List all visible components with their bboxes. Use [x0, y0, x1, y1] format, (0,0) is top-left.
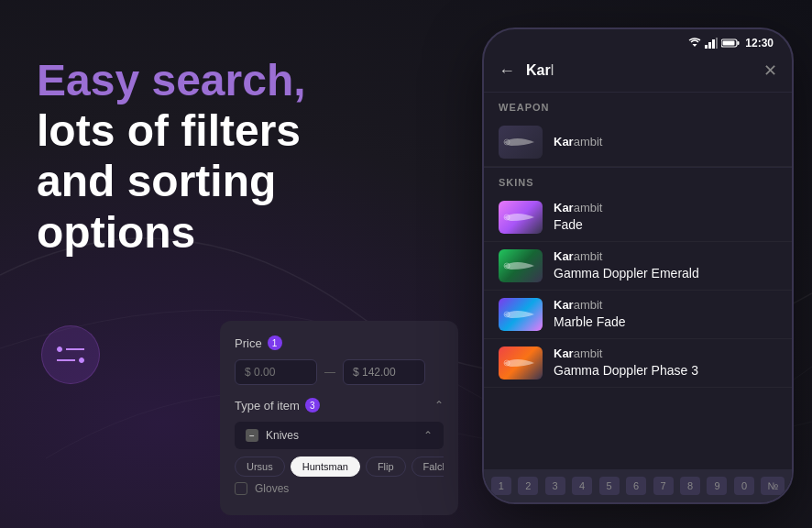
chevron-up-icon[interactable]: ⌃ — [434, 399, 444, 412]
item-info-phase3: Karambit Gamma Doppler Phase 3 — [554, 346, 777, 379]
knife-types-list: Ursus Huntsman Flip Falchion — [235, 456, 444, 477]
key-8[interactable]: 8 — [680, 477, 700, 495]
filter-bar-1 — [66, 348, 84, 350]
knife-svg-phase3 — [502, 354, 539, 372]
headline-line4: options — [37, 208, 195, 257]
key-1[interactable]: 1 — [491, 477, 511, 495]
price-row: Price 1 — [235, 336, 444, 350]
left-section: Easy search, lots of filters and sorting… — [37, 55, 422, 258]
filter-icon-circle — [41, 325, 100, 384]
price-separator: — — [324, 366, 335, 379]
knives-row: − Knives ⌃ — [235, 422, 444, 449]
section-skins-label: SKINS — [484, 168, 792, 193]
svg-rect-6 — [738, 41, 740, 45]
type-label: Type of item 3 — [235, 398, 320, 412]
key-3[interactable]: 3 — [545, 477, 565, 495]
search-rest: l — [551, 62, 554, 78]
item-info-gamma: Karambit Gamma Doppler Emerald — [554, 249, 777, 281]
item-info-marble: Karambit Marble Fade — [554, 298, 777, 330]
back-arrow-icon[interactable]: ← — [499, 61, 515, 81]
search-input-area[interactable]: Karl — [526, 62, 752, 79]
phone-mockup: 12:30 ← Karl ✕ WEAPON Karambit — [482, 28, 794, 504]
clear-search-icon[interactable]: ✕ — [763, 60, 777, 81]
search-results: WEAPON Karambit SKINS — [484, 93, 792, 456]
filter-icon — [57, 346, 84, 363]
knives-minus-icon: − — [246, 429, 258, 442]
wifi-icon — [688, 38, 701, 49]
svg-rect-7 — [723, 41, 735, 46]
item-name-karambit-marble-top: Karambit — [554, 298, 777, 314]
knife-tag-falchion[interactable]: Falchion — [411, 456, 444, 477]
knife-svg-gamma — [502, 257, 539, 275]
knife-tag-flip[interactable]: Flip — [366, 456, 406, 477]
item-thumbnail-gamma — [499, 249, 543, 282]
svg-rect-4 — [716, 38, 718, 49]
price-min-input[interactable] — [235, 359, 317, 385]
gloves-row: Gloves — [235, 477, 444, 500]
key-7[interactable]: 7 — [653, 477, 674, 495]
status-time: 12:30 — [745, 37, 774, 50]
filter-line-2 — [57, 358, 84, 363]
price-max-input[interactable] — [343, 359, 425, 385]
key-num[interactable]: № — [761, 477, 785, 495]
type-of-item-row: Type of item 3 ⌃ — [235, 398, 444, 412]
key-9[interactable]: 9 — [707, 477, 727, 495]
gloves-label: Gloves — [255, 482, 289, 495]
key-2[interactable]: 2 — [518, 477, 538, 495]
item-name-fade-skin: Fade — [554, 216, 777, 233]
filter-dot-1 — [57, 346, 62, 352]
key-0[interactable]: 0 — [734, 477, 754, 495]
item-thumbnail-fade — [499, 201, 543, 234]
status-bar: 12:30 — [484, 29, 792, 53]
knife-svg-marble — [502, 305, 539, 324]
key-4[interactable]: 4 — [572, 477, 592, 495]
item-name-karambit-phase3-top: Karambit — [554, 346, 777, 362]
result-item-karambit-weapon[interactable]: Karambit — [484, 118, 792, 167]
item-name-karambit-fade-top: Karambit — [554, 201, 777, 216]
status-icons — [688, 38, 740, 49]
key-5[interactable]: 5 — [599, 477, 620, 495]
gloves-checkbox[interactable] — [235, 482, 247, 495]
filter-dot-2 — [79, 358, 84, 363]
item-name-karambit-weapon: Karambit — [554, 135, 777, 150]
knife-svg-fade — [502, 208, 539, 226]
search-bar[interactable]: ← Karl ✕ — [484, 53, 792, 93]
knives-chevron-icon[interactable]: ⌃ — [423, 429, 433, 442]
headline: Easy search, lots of filters and sorting… — [37, 55, 422, 258]
price-badge: 1 — [268, 336, 282, 350]
filter-line-1 — [57, 346, 84, 352]
filter-panel: Price 1 — Type of item 3 ⌃ − Knives ⌃ Ur… — [220, 321, 458, 515]
knife-tag-ursus[interactable]: Ursus — [235, 456, 285, 477]
headline-accent: Easy search, — [37, 56, 306, 104]
item-name-marble-skin: Marble Fade — [554, 314, 777, 330]
knife-tag-huntsman[interactable]: Huntsman — [291, 456, 360, 477]
svg-marker-0 — [693, 44, 697, 47]
result-item-marble-fade[interactable]: Karambit Marble Fade — [484, 291, 792, 339]
item-thumbnail-marble — [499, 298, 543, 331]
headline-line2: lots of filters — [37, 106, 301, 155]
svg-rect-3 — [712, 39, 715, 49]
item-name-phase3-skin: Gamma Doppler Phase 3 — [554, 362, 777, 379]
keyboard-hint-row: 1 2 3 4 5 6 7 8 9 0 № — [484, 469, 792, 502]
item-name-karambit-gamma-top: Karambit — [554, 249, 777, 265]
item-info-fade: Karambit Fade — [554, 201, 777, 233]
price-label: Price 1 — [235, 336, 282, 350]
svg-rect-1 — [705, 45, 708, 49]
knives-label: − Knives — [246, 429, 299, 442]
type-badge: 3 — [305, 398, 320, 412]
price-inputs: — — [235, 359, 444, 385]
key-6[interactable]: 6 — [626, 477, 646, 495]
kar-highlight: Kar — [554, 135, 574, 148]
item-info-karambit-weapon: Karambit — [554, 135, 777, 150]
result-item-fade[interactable]: Karambit Fade — [484, 193, 792, 242]
knife-svg-gray — [502, 133, 539, 151]
result-item-phase3[interactable]: Karambit Gamma Doppler Phase 3 — [484, 339, 792, 388]
signal-icon — [705, 38, 718, 49]
item-thumbnail-phase3 — [499, 346, 543, 380]
headline-line3: and sorting — [37, 157, 276, 205]
search-highlight: Kar — [526, 62, 551, 78]
battery-icon — [721, 38, 740, 49]
result-item-gamma-doppler[interactable]: Karambit Gamma Doppler Emerald — [484, 242, 792, 291]
search-query-text: Karl — [526, 62, 554, 79]
section-weapon-label: WEAPON — [484, 93, 792, 118]
